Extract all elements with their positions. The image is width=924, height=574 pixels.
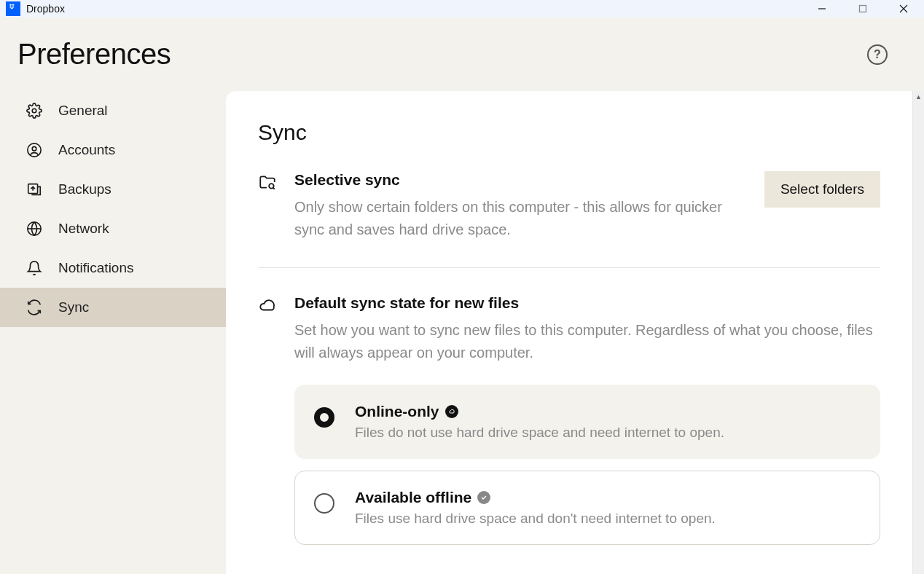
radio-indicator <box>314 407 334 428</box>
sidebar-item-sync[interactable]: Sync <box>0 288 226 327</box>
setting-label: Default sync state for new files <box>294 294 880 312</box>
svg-point-5 <box>28 144 41 157</box>
radio-label: Online-only <box>355 403 439 420</box>
radio-available-offline[interactable]: Available offline Files use hard drive s… <box>294 471 880 545</box>
radio-online-only[interactable]: Online-only Files do not use hard drive … <box>294 385 880 459</box>
cloud-icon <box>258 296 278 316</box>
setting-description: Set how you want to sync new files to th… <box>294 319 880 364</box>
radio-description: Files use hard drive space and don't nee… <box>355 511 716 527</box>
sidebar: General Accounts Backups Network <box>0 91 226 574</box>
sidebar-item-label: Notifications <box>58 260 134 276</box>
select-folders-button[interactable]: Select folders <box>764 171 880 208</box>
scroll-up-icon[interactable]: ▲ <box>913 91 924 103</box>
gear-icon <box>26 103 42 119</box>
sync-icon <box>26 299 42 315</box>
globe-icon <box>26 221 42 237</box>
sidebar-item-label: Backups <box>58 181 111 197</box>
radio-label: Available offline <box>355 489 471 506</box>
user-circle-icon <box>26 142 42 158</box>
radio-indicator <box>314 493 334 514</box>
setting-selective-sync: Selective sync Only show certain folders… <box>258 171 880 268</box>
maximize-button[interactable] <box>842 0 883 17</box>
sync-state-radio-group: Online-only Files do not use hard drive … <box>294 385 880 545</box>
sidebar-item-label: Sync <box>58 299 89 315</box>
svg-rect-1 <box>860 6 866 12</box>
section-title: Sync <box>258 120 880 145</box>
minimize-button[interactable] <box>802 0 842 17</box>
main-panel: Sync Selective sync Only show certain fo… <box>226 91 924 574</box>
dropbox-icon <box>6 1 20 16</box>
svg-point-10 <box>269 184 274 188</box>
titlebar: Dropbox <box>0 0 924 17</box>
help-button[interactable]: ? <box>867 44 888 65</box>
sidebar-item-notifications[interactable]: Notifications <box>0 248 226 288</box>
sidebar-item-backups[interactable]: Backups <box>0 170 226 209</box>
sidebar-item-general[interactable]: General <box>0 91 226 130</box>
backup-icon <box>26 181 42 197</box>
sidebar-item-label: Accounts <box>58 142 115 158</box>
svg-point-4 <box>32 109 36 113</box>
setting-label: Selective sync <box>294 171 748 189</box>
cloud-badge-icon <box>445 405 458 418</box>
svg-point-6 <box>32 146 36 151</box>
sidebar-item-label: Network <box>58 221 109 237</box>
window-title: Dropbox <box>26 3 65 15</box>
setting-default-sync-state: Default sync state for new files Set how… <box>258 294 880 545</box>
svg-line-11 <box>273 188 275 189</box>
page-title: Preferences <box>17 38 171 71</box>
close-button[interactable] <box>883 0 924 17</box>
bell-icon <box>26 260 42 276</box>
radio-description: Files do not use hard drive space and ne… <box>355 425 724 441</box>
window-controls <box>802 0 924 17</box>
folder-search-icon <box>258 173 278 193</box>
scrollbar[interactable]: ▲ <box>912 91 924 574</box>
check-badge-icon <box>477 491 490 504</box>
sidebar-item-accounts[interactable]: Accounts <box>0 130 226 170</box>
setting-description: Only show certain folders on this comput… <box>294 196 748 241</box>
sidebar-item-network[interactable]: Network <box>0 209 226 248</box>
sidebar-item-label: General <box>58 103 108 119</box>
